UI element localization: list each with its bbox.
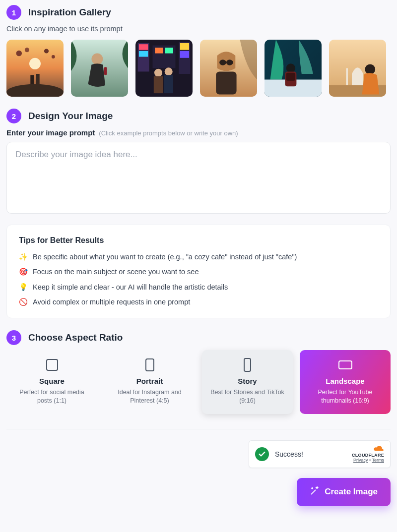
prompt-input[interactable] (6, 142, 391, 214)
prompt-label-row: Enter your image prompt (Click example p… (6, 128, 391, 137)
captcha-widget[interactable]: Success! CLOUDFLARE Privacy • Terms (249, 440, 391, 468)
aspect-ratio-options: SquarePerfect for social media posts (1:… (6, 350, 391, 414)
inspiration-gallery (6, 40, 391, 97)
step-inspiration-gallery: 1 Inspiration Gallery Click on any image… (6, 5, 391, 97)
section-header: 1 Inspiration Gallery (6, 5, 391, 20)
divider (6, 429, 391, 429)
tip-item: ✨Be specific about what you want to crea… (19, 252, 378, 262)
aspect-ratio-desc: Ideal for Instagram and Pinterest (4:5) (109, 388, 190, 405)
tip-text: Avoid complex or multiple requests in on… (33, 297, 190, 307)
svg-point-4 (44, 49, 49, 53)
svg-point-39 (365, 64, 375, 74)
section-header: 3 Choose Aspect Ratio (6, 330, 391, 345)
svg-rect-17 (180, 43, 189, 50)
gallery-item[interactable] (265, 40, 322, 97)
aspect-ratio-desc: Best for Stories and TikTok (9:16) (207, 388, 288, 405)
cloudflare-wordmark: CLOUDFLARE (352, 453, 384, 458)
aspect-ratio-desc: Perfect for YouTube thumbnails (16:9) (305, 388, 386, 405)
tip-item: 💡Keep it simple and clear - our AI will … (19, 282, 378, 292)
section-header: 2 Design Your Image (6, 109, 391, 123)
svg-rect-34 (286, 73, 295, 81)
aspect-ratio-portrait[interactable]: PortraitIdeal for Instagram and Pinteres… (104, 350, 195, 414)
aspect-ratio-square[interactable]: SquarePerfect for social media posts (1:… (6, 350, 97, 414)
svg-point-28 (219, 59, 226, 65)
step-number-badge: 2 (6, 109, 21, 123)
svg-point-29 (226, 59, 233, 65)
tips-card: Tips for Better Results ✨Be specific abo… (6, 225, 391, 318)
svg-rect-14 (139, 44, 148, 50)
tips-title: Tips for Better Results (19, 236, 378, 245)
aspect-ratio-name: Landscape (326, 377, 364, 385)
aspect-ratio-icon (45, 358, 59, 372)
tips-list: ✨Be specific about what you want to crea… (19, 252, 378, 307)
svg-rect-15 (139, 51, 148, 57)
aspect-ratio-name: Portrait (136, 377, 163, 385)
svg-rect-18 (180, 51, 189, 58)
svg-rect-21 (165, 48, 173, 54)
tip-icon: ✨ (19, 252, 28, 262)
aspect-ratio-name: Square (39, 377, 65, 385)
create-image-label: Create Image (325, 487, 378, 497)
create-image-button[interactable]: Create Image (297, 478, 391, 506)
tip-item: 🎯Focus on the main subject or scene you … (19, 267, 378, 277)
tip-item: 🚫Avoid complex or multiple requests in o… (19, 297, 378, 307)
section-title: Inspiration Gallery (28, 7, 111, 18)
svg-point-22 (154, 69, 162, 77)
svg-rect-11 (104, 67, 107, 75)
tip-text: Be specific about what you want to creat… (33, 252, 297, 262)
aspect-ratio-icon (143, 358, 157, 372)
gallery-item[interactable] (71, 40, 128, 97)
aspect-ratio-icon (241, 358, 255, 372)
aspect-ratio-icon (338, 358, 352, 372)
tip-icon: 🚫 (19, 297, 28, 307)
section-subtitle: Click on any image to use its prompt (6, 25, 391, 33)
captcha-brand: CLOUDFLARE Privacy • Terms (352, 446, 384, 463)
step-aspect-ratio: 3 Choose Aspect Ratio SquarePerfect for … (6, 330, 391, 414)
prompt-label: Enter your image prompt (6, 128, 95, 137)
gallery-item[interactable] (6, 40, 64, 97)
gallery-item[interactable] (329, 40, 386, 97)
tip-icon: 💡 (19, 282, 28, 292)
magic-wand-icon (310, 486, 320, 498)
gallery-item[interactable] (200, 40, 257, 97)
svg-point-23 (165, 67, 173, 75)
tip-text: Focus on the main subject or scene you w… (33, 267, 199, 277)
aspect-ratio-name: Story (238, 377, 257, 385)
svg-point-1 (29, 58, 41, 69)
section-title: Design Your Image (28, 111, 113, 121)
step-design-image: 2 Design Your Image Enter your image pro… (6, 109, 391, 318)
svg-rect-30 (216, 71, 236, 94)
aspect-ratio-desc: Perfect for social media posts (1:1) (11, 388, 92, 405)
step-number-badge: 1 (6, 5, 21, 20)
privacy-link[interactable]: Privacy (353, 458, 368, 463)
section-title: Choose Aspect Ratio (28, 332, 123, 343)
success-check-icon (255, 447, 269, 461)
svg-rect-25 (164, 75, 173, 93)
prompt-hint: (Click example prompts below or write yo… (99, 129, 238, 137)
aspect-ratio-story[interactable]: StoryBest for Stories and TikTok (9:16) (202, 350, 293, 414)
tip-icon: 🎯 (19, 267, 28, 277)
svg-rect-36 (346, 68, 348, 86)
aspect-ratio-landscape[interactable]: LandscapePerfect for YouTube thumbnails … (300, 350, 391, 414)
step-number-badge: 3 (6, 330, 21, 345)
svg-rect-20 (155, 48, 163, 54)
bottom-row: Success! CLOUDFLARE Privacy • Terms Crea… (6, 440, 391, 506)
tip-text: Keep it simple and clear - our AI will h… (33, 282, 228, 292)
svg-point-5 (52, 55, 55, 59)
cloudflare-logo (352, 446, 384, 452)
terms-link[interactable]: Terms (372, 458, 385, 463)
svg-point-32 (286, 63, 295, 72)
gallery-item[interactable] (135, 40, 193, 97)
captcha-status-text: Success! (275, 450, 346, 458)
svg-rect-24 (154, 76, 163, 94)
svg-point-10 (91, 54, 103, 65)
svg-point-3 (25, 48, 29, 52)
svg-point-2 (16, 51, 22, 57)
captcha-links: Privacy • Terms (352, 458, 384, 463)
